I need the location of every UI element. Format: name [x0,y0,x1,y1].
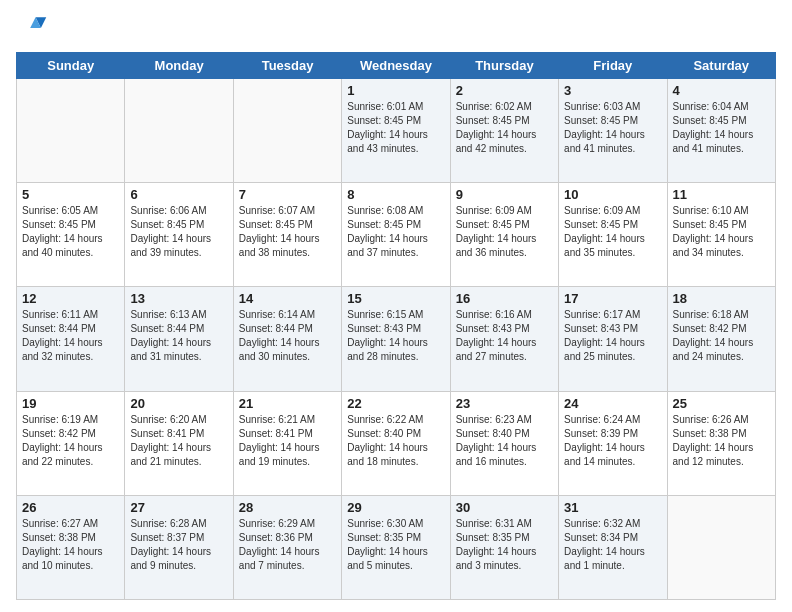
day-info: Sunrise: 6:21 AM Sunset: 8:41 PM Dayligh… [239,413,336,469]
calendar-day-3: 3Sunrise: 6:03 AM Sunset: 8:45 PM Daylig… [559,79,667,183]
day-number: 10 [564,187,661,202]
calendar-day-21: 21Sunrise: 6:21 AM Sunset: 8:41 PM Dayli… [233,391,341,495]
day-info: Sunrise: 6:26 AM Sunset: 8:38 PM Dayligh… [673,413,770,469]
calendar-day-8: 8Sunrise: 6:08 AM Sunset: 8:45 PM Daylig… [342,183,450,287]
day-number: 11 [673,187,770,202]
weekday-header-sunday: Sunday [17,53,125,79]
weekday-header-thursday: Thursday [450,53,558,79]
calendar-day-20: 20Sunrise: 6:20 AM Sunset: 8:41 PM Dayli… [125,391,233,495]
calendar-day-17: 17Sunrise: 6:17 AM Sunset: 8:43 PM Dayli… [559,287,667,391]
weekday-header-tuesday: Tuesday [233,53,341,79]
day-number: 21 [239,396,336,411]
day-info: Sunrise: 6:08 AM Sunset: 8:45 PM Dayligh… [347,204,444,260]
day-number: 29 [347,500,444,515]
day-number: 22 [347,396,444,411]
calendar-page: SundayMondayTuesdayWednesdayThursdayFrid… [0,0,792,612]
day-number: 27 [130,500,227,515]
day-info: Sunrise: 6:17 AM Sunset: 8:43 PM Dayligh… [564,308,661,364]
calendar-empty-cell [233,79,341,183]
calendar-day-24: 24Sunrise: 6:24 AM Sunset: 8:39 PM Dayli… [559,391,667,495]
calendar-day-19: 19Sunrise: 6:19 AM Sunset: 8:42 PM Dayli… [17,391,125,495]
day-info: Sunrise: 6:06 AM Sunset: 8:45 PM Dayligh… [130,204,227,260]
day-info: Sunrise: 6:32 AM Sunset: 8:34 PM Dayligh… [564,517,661,573]
day-info: Sunrise: 6:04 AM Sunset: 8:45 PM Dayligh… [673,100,770,156]
calendar-day-30: 30Sunrise: 6:31 AM Sunset: 8:35 PM Dayli… [450,495,558,599]
day-info: Sunrise: 6:20 AM Sunset: 8:41 PM Dayligh… [130,413,227,469]
day-number: 15 [347,291,444,306]
calendar-day-16: 16Sunrise: 6:16 AM Sunset: 8:43 PM Dayli… [450,287,558,391]
day-info: Sunrise: 6:14 AM Sunset: 8:44 PM Dayligh… [239,308,336,364]
day-info: Sunrise: 6:13 AM Sunset: 8:44 PM Dayligh… [130,308,227,364]
calendar-day-6: 6Sunrise: 6:06 AM Sunset: 8:45 PM Daylig… [125,183,233,287]
day-number: 7 [239,187,336,202]
weekday-header-row: SundayMondayTuesdayWednesdayThursdayFrid… [17,53,776,79]
day-info: Sunrise: 6:30 AM Sunset: 8:35 PM Dayligh… [347,517,444,573]
day-number: 20 [130,396,227,411]
day-info: Sunrise: 6:24 AM Sunset: 8:39 PM Dayligh… [564,413,661,469]
day-number: 30 [456,500,553,515]
day-info: Sunrise: 6:31 AM Sunset: 8:35 PM Dayligh… [456,517,553,573]
calendar-day-26: 26Sunrise: 6:27 AM Sunset: 8:38 PM Dayli… [17,495,125,599]
calendar-day-10: 10Sunrise: 6:09 AM Sunset: 8:45 PM Dayli… [559,183,667,287]
calendar-empty-cell [17,79,125,183]
calendar-week-row: 5Sunrise: 6:05 AM Sunset: 8:45 PM Daylig… [17,183,776,287]
day-number: 14 [239,291,336,306]
calendar-empty-cell [667,495,775,599]
logo [16,12,52,44]
day-info: Sunrise: 6:02 AM Sunset: 8:45 PM Dayligh… [456,100,553,156]
weekday-header-friday: Friday [559,53,667,79]
calendar-week-row: 19Sunrise: 6:19 AM Sunset: 8:42 PM Dayli… [17,391,776,495]
day-info: Sunrise: 6:28 AM Sunset: 8:37 PM Dayligh… [130,517,227,573]
calendar-day-31: 31Sunrise: 6:32 AM Sunset: 8:34 PM Dayli… [559,495,667,599]
day-number: 16 [456,291,553,306]
day-number: 1 [347,83,444,98]
day-info: Sunrise: 6:05 AM Sunset: 8:45 PM Dayligh… [22,204,119,260]
calendar-day-29: 29Sunrise: 6:30 AM Sunset: 8:35 PM Dayli… [342,495,450,599]
calendar-week-row: 1Sunrise: 6:01 AM Sunset: 8:45 PM Daylig… [17,79,776,183]
calendar-day-28: 28Sunrise: 6:29 AM Sunset: 8:36 PM Dayli… [233,495,341,599]
calendar-empty-cell [125,79,233,183]
day-info: Sunrise: 6:09 AM Sunset: 8:45 PM Dayligh… [564,204,661,260]
calendar-day-9: 9Sunrise: 6:09 AM Sunset: 8:45 PM Daylig… [450,183,558,287]
day-number: 23 [456,396,553,411]
day-number: 6 [130,187,227,202]
day-number: 5 [22,187,119,202]
calendar-day-4: 4Sunrise: 6:04 AM Sunset: 8:45 PM Daylig… [667,79,775,183]
day-info: Sunrise: 6:15 AM Sunset: 8:43 PM Dayligh… [347,308,444,364]
calendar-day-23: 23Sunrise: 6:23 AM Sunset: 8:40 PM Dayli… [450,391,558,495]
calendar-day-2: 2Sunrise: 6:02 AM Sunset: 8:45 PM Daylig… [450,79,558,183]
calendar-day-22: 22Sunrise: 6:22 AM Sunset: 8:40 PM Dayli… [342,391,450,495]
day-info: Sunrise: 6:01 AM Sunset: 8:45 PM Dayligh… [347,100,444,156]
calendar-day-5: 5Sunrise: 6:05 AM Sunset: 8:45 PM Daylig… [17,183,125,287]
day-info: Sunrise: 6:07 AM Sunset: 8:45 PM Dayligh… [239,204,336,260]
calendar-day-1: 1Sunrise: 6:01 AM Sunset: 8:45 PM Daylig… [342,79,450,183]
day-number: 8 [347,187,444,202]
weekday-header-monday: Monday [125,53,233,79]
calendar-day-15: 15Sunrise: 6:15 AM Sunset: 8:43 PM Dayli… [342,287,450,391]
header [16,12,776,44]
day-number: 4 [673,83,770,98]
day-number: 28 [239,500,336,515]
day-info: Sunrise: 6:11 AM Sunset: 8:44 PM Dayligh… [22,308,119,364]
day-number: 3 [564,83,661,98]
calendar-day-25: 25Sunrise: 6:26 AM Sunset: 8:38 PM Dayli… [667,391,775,495]
day-info: Sunrise: 6:22 AM Sunset: 8:40 PM Dayligh… [347,413,444,469]
calendar-day-18: 18Sunrise: 6:18 AM Sunset: 8:42 PM Dayli… [667,287,775,391]
day-info: Sunrise: 6:10 AM Sunset: 8:45 PM Dayligh… [673,204,770,260]
calendar-day-11: 11Sunrise: 6:10 AM Sunset: 8:45 PM Dayli… [667,183,775,287]
day-number: 31 [564,500,661,515]
day-info: Sunrise: 6:03 AM Sunset: 8:45 PM Dayligh… [564,100,661,156]
calendar-day-13: 13Sunrise: 6:13 AM Sunset: 8:44 PM Dayli… [125,287,233,391]
day-info: Sunrise: 6:16 AM Sunset: 8:43 PM Dayligh… [456,308,553,364]
calendar-week-row: 26Sunrise: 6:27 AM Sunset: 8:38 PM Dayli… [17,495,776,599]
day-number: 18 [673,291,770,306]
day-number: 25 [673,396,770,411]
day-number: 2 [456,83,553,98]
day-number: 17 [564,291,661,306]
weekday-header-wednesday: Wednesday [342,53,450,79]
day-number: 9 [456,187,553,202]
day-info: Sunrise: 6:29 AM Sunset: 8:36 PM Dayligh… [239,517,336,573]
calendar-day-7: 7Sunrise: 6:07 AM Sunset: 8:45 PM Daylig… [233,183,341,287]
day-number: 24 [564,396,661,411]
day-number: 19 [22,396,119,411]
